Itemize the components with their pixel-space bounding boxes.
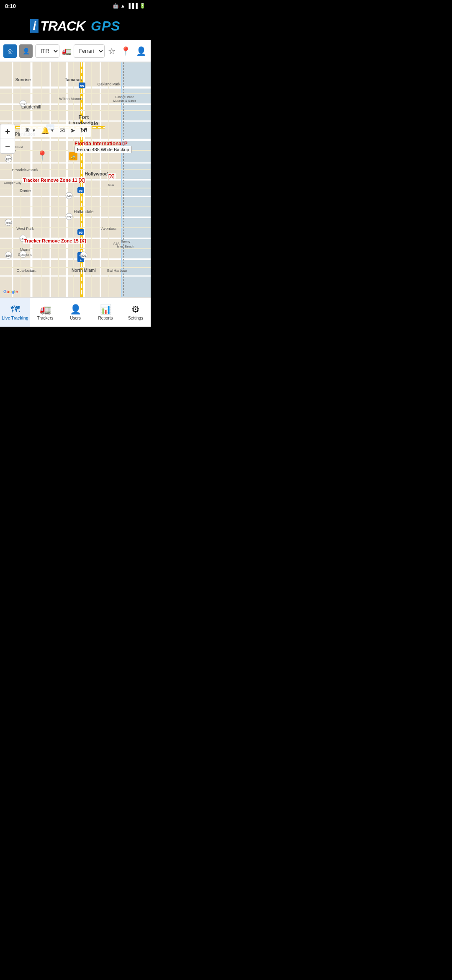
poi-marker[interactable]: 📍: [37, 150, 47, 162]
svg-text:A1A: A1A: [108, 183, 114, 187]
status-bar: 8:10 🤖 ▲ ▐▐▐ 🔋: [0, 0, 151, 12]
status-time: 8:10: [5, 3, 16, 9]
send-icon: ✉: [59, 126, 65, 134]
svg-text:826: 826: [6, 254, 11, 257]
wifi-icon: ▲: [121, 3, 126, 9]
svg-text:Broadview Park: Broadview Park: [12, 168, 39, 172]
zone-15-label: Tracker Remove Zone 15 [X]: [23, 238, 87, 244]
trackers-label: Trackers: [37, 316, 54, 320]
users-icon: 👤: [70, 304, 81, 315]
nav-trackers[interactable]: 🚛 Trackers: [30, 298, 60, 327]
svg-text:Sunrise: Sunrise: [15, 77, 31, 82]
zoom-in-btn[interactable]: +: [0, 124, 15, 139]
svg-text:95: 95: [80, 84, 84, 88]
svg-text:North Miami: North Miami: [72, 268, 96, 273]
svg-text:Tamarac: Tamarac: [65, 77, 82, 82]
trackers-icon: 🚛: [40, 304, 51, 315]
truck-icon: 🚛: [62, 46, 71, 56]
svg-text:West Park: West Park: [16, 227, 34, 231]
svg-text:826: 826: [81, 254, 86, 257]
reports-icon: 📊: [100, 304, 111, 315]
eye-chevron-icon: ▼: [32, 128, 36, 133]
android-notification-icon: 🤖: [113, 3, 119, 9]
svg-text:Hollywood: Hollywood: [85, 171, 108, 176]
svg-text:Bal Harbour: Bal Harbour: [107, 268, 127, 273]
battery-icon: 🔋: [139, 3, 146, 9]
map-pin-btn[interactable]: 📍: [120, 45, 132, 57]
svg-text:Gol...: Gol...: [29, 269, 37, 273]
eye-filter-btn[interactable]: 👁 ▼: [23, 126, 38, 135]
users-label: Users: [70, 316, 81, 320]
svg-text:Museum & Garde: Museum & Garde: [113, 99, 136, 102]
settings-label: Settings: [128, 316, 143, 320]
eye-icon: 👁: [24, 127, 31, 134]
nav-users[interactable]: 👤 Users: [60, 298, 90, 327]
live-tracking-icon: 🗺: [10, 304, 20, 315]
svg-text:822: 822: [67, 216, 72, 219]
toolbar: ◎ 👤 ITRACK DEMO 🚛 Ferrari 488 White Back…: [0, 40, 151, 62]
logo-track: TRACK: [40, 18, 85, 34]
nav-live-tracking[interactable]: 🗺 Live Tracking: [0, 298, 30, 327]
svg-text:1: 1: [80, 258, 82, 262]
svg-text:95: 95: [79, 189, 83, 193]
layers-btn[interactable]: 🗺: [79, 126, 89, 135]
vehicle-marker[interactable]: 🚕: [69, 152, 77, 160]
vehicle-select[interactable]: Ferrari 488 White Backup -: [74, 44, 105, 58]
svg-text:Bonnet House: Bonnet House: [116, 95, 134, 98]
svg-text:858: 858: [21, 253, 26, 256]
favorite-btn[interactable]: ☆: [107, 45, 116, 57]
reports-label: Reports: [98, 316, 113, 320]
svg-text:Aventura: Aventura: [101, 227, 116, 231]
account-select[interactable]: ITRACK DEMO: [35, 44, 59, 58]
vehicle-label: Ferrari 488 White Backup: [74, 146, 132, 153]
zone-11-close[interactable]: [X]: [107, 173, 116, 179]
settings-icon: ⚙: [131, 304, 140, 315]
navigate-btn[interactable]: ➤: [68, 126, 77, 135]
fi-label: Florida International P: [74, 141, 128, 147]
svg-text:Davie: Davie: [20, 188, 31, 193]
svg-text:Cooper City: Cooper City: [4, 181, 21, 185]
svg-text:Wilton Manors: Wilton Manors: [59, 97, 83, 101]
map-area[interactable]: 95 595 817 595 817 Sunrise Tamarac Oakla…: [0, 62, 151, 297]
bell-filter-btn[interactable]: 🔔 ▼: [39, 126, 56, 135]
map-zoom-controls: + −: [0, 124, 15, 154]
svg-text:Lauderhill: Lauderhill: [21, 105, 41, 109]
svg-text:826: 826: [6, 222, 11, 224]
svg-text:A1A: A1A: [113, 242, 120, 245]
zoom-out-btn[interactable]: −: [0, 139, 15, 154]
status-icons: 🤖 ▲ ▐▐▐ 🔋: [113, 3, 146, 9]
svg-text:95: 95: [79, 231, 83, 235]
svg-text:Sunny: Sunny: [121, 240, 131, 243]
navigate-icon: ➤: [70, 126, 75, 134]
account-btn[interactable]: 👤: [135, 45, 147, 57]
nav-reports[interactable]: 📊 Reports: [90, 298, 121, 327]
zone-11-label: Tracker Remove Zone 11 [X]: [22, 177, 86, 183]
app-header: i TRACK GPS: [0, 12, 151, 40]
svg-text:Hallandale: Hallandale: [74, 209, 94, 214]
live-tracking-label: Live Tracking: [2, 316, 28, 320]
person-btn[interactable]: 👤: [19, 44, 33, 58]
bottom-nav: 🗺 Live Tracking 🚛 Trackers 👤 Users 📊 Rep…: [0, 297, 151, 327]
logo-i: i: [30, 19, 39, 33]
app-logo: i TRACK GPS: [30, 18, 120, 34]
logo-gps: GPS: [87, 18, 120, 34]
bell-icon: 🔔: [41, 126, 49, 134]
svg-text:817: 817: [6, 158, 11, 161]
bell-chevron-icon: ▼: [50, 128, 54, 133]
layers-icon: 🗺: [80, 127, 87, 134]
nav-settings[interactable]: ⚙ Settings: [121, 298, 151, 327]
location-btn[interactable]: ◎: [3, 44, 17, 58]
svg-text:848: 848: [67, 195, 72, 198]
send-btn[interactable]: ✉: [58, 126, 67, 135]
svg-text:Oakland Park: Oakland Park: [98, 82, 121, 86]
svg-text:Fort: Fort: [78, 114, 89, 120]
toolbar-right-icons: ☆ 📍 👤: [107, 45, 147, 57]
google-logo: Google: [3, 289, 18, 294]
signal-icon: ▐▐▐: [127, 3, 138, 9]
map-tool-bar: 👁 ▼ 🔔 ▼ ✉ ➤ 🗺: [20, 124, 91, 137]
